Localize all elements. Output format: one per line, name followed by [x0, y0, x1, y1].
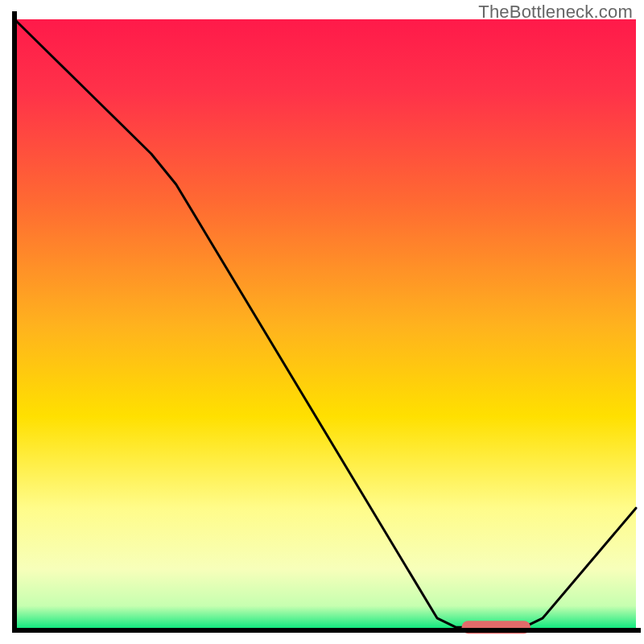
chart-container: TheBottleneck.com	[0, 0, 644, 644]
watermark-text: TheBottleneck.com	[478, 2, 633, 23]
bottleneck-chart	[0, 0, 644, 644]
plot-area	[14, 11, 641, 630]
